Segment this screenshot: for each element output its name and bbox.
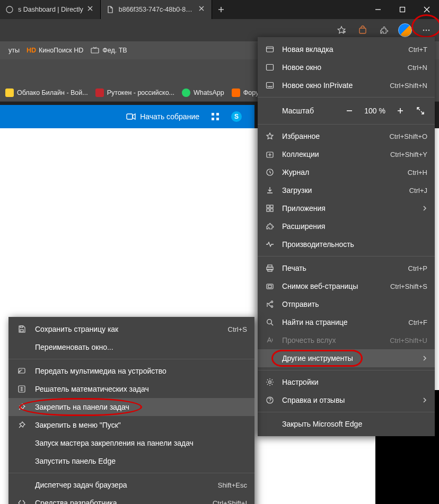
- new-tab-icon: [265, 45, 275, 54]
- maximize-button[interactable]: [390, 0, 415, 19]
- menu-find[interactable]: Найти на странице Ctrl+F: [258, 313, 435, 331]
- menu-label: Закрепить в меню "Пуск": [35, 421, 247, 429]
- menu-downloads[interactable]: Загрузки Ctrl+J: [258, 181, 435, 199]
- menu-new-tab[interactable]: Новая вкладка Ctrl+T: [258, 40, 435, 58]
- tab-active[interactable]: b866f353-747c-48b0-8620-7d88: [101, 0, 212, 19]
- svg-point-33: [269, 402, 270, 402]
- menu-performance[interactable]: Производительность: [258, 235, 435, 253]
- menu-share[interactable]: Отправить: [258, 295, 435, 313]
- menu-label: Журнал: [282, 168, 400, 176]
- history-icon: [265, 168, 275, 176]
- menu-label: Расширения: [282, 222, 427, 231]
- menu-new-window[interactable]: Новое окно Ctrl+N: [258, 58, 435, 76]
- favorites-item[interactable]: Рутокен - российско...: [95, 89, 174, 97]
- gear-icon: [265, 378, 275, 386]
- svg-point-30: [267, 320, 272, 324]
- submenu-task-manager[interactable]: Диспетчер задач браузера Shift+Esc: [8, 476, 254, 494]
- new-tab-button[interactable]: [212, 0, 230, 19]
- favorites-item[interactable]: HD КиноПоиск HD: [27, 46, 83, 55]
- svg-rect-9: [127, 114, 133, 119]
- tv-icon: [91, 47, 99, 54]
- menu-label: Диспетчер задач браузера: [35, 481, 210, 489]
- chevron-right-icon: [422, 206, 427, 211]
- menu-capture[interactable]: Снимок веб-страницы Ctrl+Shift+S: [258, 277, 435, 295]
- devtools-icon: [16, 499, 28, 504]
- favorites-item[interactable]: WhatsApp: [182, 89, 224, 97]
- collections-icon: [265, 150, 275, 158]
- submenu-pin-wizard[interactable]: Запуск мастера закрепления на панели зад…: [8, 434, 254, 452]
- minimize-button[interactable]: [366, 0, 390, 19]
- menu-favorites[interactable]: Избранное Ctrl+Shift+O: [258, 127, 435, 145]
- skype-icon[interactable]: S: [231, 111, 242, 122]
- menu-apps[interactable]: Приложения: [258, 199, 435, 217]
- menu-label: Загрузки: [282, 186, 402, 194]
- start-meeting-button[interactable]: Начать собрание: [126, 112, 199, 121]
- menu-settings[interactable]: Настройки: [258, 373, 435, 391]
- extensions-icon[interactable]: [374, 22, 393, 39]
- menu-label: Другие инструменты: [282, 354, 415, 362]
- video-icon: [126, 113, 136, 120]
- submenu-save-as[interactable]: Сохранить страницу как Ctrl+S: [8, 320, 254, 338]
- favorites-label: КиноПоиск HD: [39, 47, 83, 54]
- menu-shortcut: Ctrl+J: [409, 187, 427, 194]
- tab-dashboard[interactable]: s Dashboard | Directly: [0, 0, 101, 19]
- menu-separator: [258, 412, 435, 412]
- menu-inprivate[interactable]: Новое окно InPrivate Ctrl+Shift+N: [258, 76, 435, 94]
- close-icon[interactable]: [199, 6, 206, 13]
- favorites-item[interactable]: Фед. ТВ: [91, 47, 127, 54]
- shopping-icon[interactable]: [353, 22, 372, 39]
- avatar-icon: [398, 23, 412, 37]
- svg-rect-34: [20, 330, 23, 332]
- svg-rect-27: [268, 285, 271, 288]
- download-icon: [265, 186, 275, 194]
- menu-help[interactable]: Справка и отзывы: [258, 391, 435, 409]
- svg-point-4: [426, 30, 427, 31]
- menu-shortcut: Ctrl+S: [228, 325, 247, 333]
- menu-label: Найти на странице: [282, 318, 401, 326]
- zoom-out-button[interactable]: [340, 103, 358, 119]
- menu-close-edge[interactable]: Закрыть Microsoft Edge: [258, 415, 435, 433]
- close-window-button[interactable]: [415, 0, 439, 19]
- whatsapp-icon: [182, 89, 190, 97]
- zoom-in-button[interactable]: [391, 103, 409, 119]
- apps-grid-icon[interactable]: [211, 112, 220, 121]
- svg-point-0: [6, 6, 13, 13]
- apps-icon: [265, 204, 275, 213]
- menu-shortcut: Ctrl+Shift+S: [390, 282, 427, 290]
- svg-rect-22: [270, 209, 273, 211]
- favorites-label: WhatsApp: [194, 89, 224, 96]
- menu-label: Закрепить на панели задач: [35, 403, 247, 411]
- favorites-item[interactable]: уты: [5, 47, 20, 54]
- svg-rect-23: [268, 265, 272, 267]
- menu-label: Запустить панель Edge: [35, 457, 247, 465]
- menu-print[interactable]: Печать Ctrl+P: [258, 259, 435, 277]
- close-icon[interactable]: [87, 6, 95, 13]
- submenu-cast[interactable]: Передать мультимедиа на устройство: [8, 362, 254, 380]
- submenu-pin-start[interactable]: Закрепить в меню "Пуск": [8, 416, 254, 434]
- profile-avatar[interactable]: [396, 22, 415, 39]
- submenu-math[interactable]: Решатель математических задач: [8, 380, 254, 398]
- site-icon: [5, 89, 14, 97]
- menu-separator: [8, 359, 254, 359]
- read-aloud-icon: [265, 336, 275, 344]
- menu-history[interactable]: Журнал Ctrl+H: [258, 163, 435, 181]
- svg-rect-6: [91, 48, 99, 53]
- pin-icon: [16, 403, 28, 411]
- fullscreen-button[interactable]: [411, 103, 429, 119]
- favorites-item[interactable]: Облако Билайн - Вой...: [5, 89, 88, 97]
- favorites-star-icon[interactable]: [332, 22, 351, 39]
- svg-point-3: [423, 30, 425, 31]
- submenu-launch-panel[interactable]: Запустить панель Edge: [8, 452, 254, 470]
- menu-shortcut: Ctrl+Shift+O: [389, 132, 427, 140]
- submenu-pin-taskbar[interactable]: Закрепить на панели задач: [8, 398, 254, 416]
- menu-label: Средства разработчика: [35, 499, 205, 504]
- save-icon: [16, 325, 28, 333]
- zoom-label: Масштаб: [282, 107, 338, 115]
- menu-extensions[interactable]: Расширения: [258, 217, 435, 235]
- menu-more-tools[interactable]: Другие инструменты: [258, 349, 435, 367]
- more-menu-button[interactable]: [417, 22, 436, 39]
- menu-collections[interactable]: Коллекции Ctrl+Shift+Y: [258, 145, 435, 163]
- svg-point-29: [271, 306, 273, 307]
- submenu-rename-window[interactable]: Переименовать окно...: [8, 338, 254, 356]
- submenu-devtools[interactable]: Средства разработчика Ctrl+Shift+I: [8, 494, 254, 504]
